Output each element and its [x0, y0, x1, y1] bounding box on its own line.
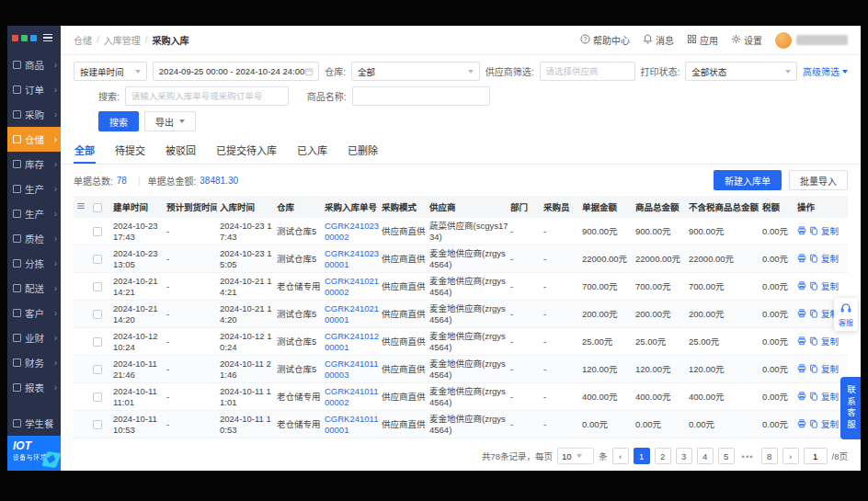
copy-button[interactable]: 复制 — [821, 281, 839, 291]
print-icon[interactable] — [797, 419, 809, 429]
row-checkbox[interactable] — [93, 420, 102, 429]
copy-icon[interactable] — [809, 364, 821, 374]
page-button-8[interactable]: 8 — [761, 448, 778, 464]
page-button-2[interactable]: 2 — [655, 448, 671, 464]
column-settings-icon[interactable] — [76, 201, 86, 212]
breadcrumb-item[interactable]: 入库管理 — [104, 33, 141, 47]
print-icon[interactable] — [797, 309, 809, 319]
prev-page-button[interactable]: ‹ — [612, 448, 629, 464]
table-row[interactable]: 2024-10-1210:24-2024-10-12 10:24测试仓库5CGR… — [74, 328, 848, 356]
next-page-button[interactable]: › — [782, 448, 799, 464]
page-button-1[interactable]: 1 — [634, 448, 650, 464]
user-menu[interactable] — [775, 32, 848, 49]
tab-2[interactable]: 待提交 — [114, 137, 146, 164]
sidebar-item-9[interactable]: 分拣› — [7, 251, 61, 276]
table-row[interactable]: 2024-10-1111:01-2024-10-11 11:01老仓储专用CGR… — [74, 383, 848, 411]
order-no-link[interactable]: CGRK24101100001 — [322, 411, 379, 438]
print-icon[interactable] — [797, 254, 809, 264]
order-no-link[interactable]: CGRK24101200001 — [322, 328, 379, 356]
table-row[interactable]: 2024-10-1121:46-2024-10-11 21:46测试仓库5CGR… — [74, 356, 848, 383]
print-icon[interactable] — [797, 226, 809, 236]
customer-service-widget[interactable]: 客服 — [834, 298, 858, 331]
topbar-action-grid[interactable]: 应用 — [687, 33, 718, 47]
tab-1[interactable]: 全部 — [74, 137, 96, 164]
copy-icon[interactable] — [809, 392, 821, 402]
supplier-input[interactable] — [540, 62, 635, 81]
copy-icon[interactable] — [809, 419, 821, 429]
menu-collapse-icon[interactable] — [43, 34, 52, 42]
row-checkbox[interactable] — [93, 310, 102, 319]
row-checkbox[interactable] — [93, 337, 102, 347]
sidebar-item-5[interactable]: 库存› — [7, 152, 61, 176]
table-row[interactable]: 2024-10-2313:05-2024-10-23 15:05测试仓库5CGR… — [74, 245, 848, 273]
order-no-link[interactable]: CGRK24101100002 — [322, 383, 379, 411]
search-button[interactable]: 搜索 — [98, 111, 139, 131]
sidebar-item-10[interactable]: 配送› — [7, 276, 61, 301]
create-inbound-button[interactable]: 新建入库单 — [714, 170, 782, 190]
sidebar-item-1[interactable]: 商品› — [7, 52, 61, 77]
topbar-action-help[interactable]: ?帮助中心 — [580, 33, 630, 47]
sidebar-item-13[interactable]: 财务› — [7, 350, 61, 375]
order-no-link[interactable]: CGRK24102100002 — [322, 273, 379, 301]
sidebar-item-student-meal[interactable]: 学生餐 — [7, 411, 61, 436]
table-row[interactable]: 2024-10-2114:21-2024-10-21 14:21老仓储专用CGR… — [74, 273, 848, 301]
copy-button[interactable]: 复制 — [821, 254, 839, 264]
topbar-action-gear[interactable]: 设置 — [731, 33, 762, 47]
copy-button[interactable]: 复制 — [821, 419, 839, 429]
topbar-action-bell[interactable]: 消息 — [643, 33, 674, 47]
print-icon[interactable] — [797, 281, 809, 291]
sidebar-item-6[interactable]: 生产› — [7, 176, 61, 201]
order-no-link[interactable]: CGRK24102300002 — [322, 218, 379, 245]
tab-5[interactable]: 已入库 — [296, 137, 328, 164]
copy-icon[interactable] — [809, 254, 821, 264]
breadcrumb-item[interactable]: 仓储 — [74, 33, 92, 47]
date-range-input[interactable]: 2024-09-25 00:00 - 2024-10-24 24:00 — [153, 62, 320, 81]
table-row[interactable]: 2024-10-2114:20-2024-10-21 14:20测试仓库5CGR… — [74, 301, 848, 328]
page-button-4[interactable]: 4 — [697, 448, 714, 464]
print-status-select[interactable]: 全部状态 — [685, 62, 797, 81]
product-name-input[interactable] — [352, 86, 490, 106]
sidebar-item-11[interactable]: 客户› — [7, 301, 61, 325]
row-checkbox[interactable] — [93, 282, 102, 291]
sidebar-item-14[interactable]: 报表› — [7, 375, 61, 400]
copy-icon[interactable] — [809, 226, 821, 236]
page-button-3[interactable]: 3 — [676, 448, 692, 464]
row-checkbox[interactable] — [93, 365, 102, 374]
print-icon[interactable] — [797, 392, 809, 402]
copy-button[interactable]: 复制 — [821, 336, 839, 347]
tab-6[interactable]: 已删除 — [347, 137, 379, 164]
copy-button[interactable]: 复制 — [821, 364, 839, 374]
per-page-select[interactable]: 10 — [557, 448, 594, 464]
sidebar-item-3[interactable]: 采购› — [7, 102, 61, 127]
row-checkbox[interactable] — [93, 227, 102, 236]
copy-icon[interactable] — [809, 336, 821, 347]
sidebar-item-8[interactable]: 质检› — [7, 226, 61, 251]
print-icon[interactable] — [797, 364, 809, 374]
table-row[interactable]: 2024-10-1110:53-2024-10-11 10:53老仓储专用CGR… — [74, 411, 848, 438]
row-checkbox[interactable] — [93, 393, 102, 402]
sidebar-item-2[interactable]: 订单› — [7, 77, 61, 102]
order-no-link[interactable]: CGRK24101100003 — [322, 356, 379, 383]
copy-button[interactable]: 复制 — [821, 392, 839, 402]
page-jump-input[interactable] — [804, 448, 828, 464]
tab-4[interactable]: 已提交待入库 — [215, 137, 278, 164]
table-row[interactable]: 2024-10-2317:43-2024-10-23 17:43测试仓库5CGR… — [74, 218, 848, 245]
advanced-filter-link[interactable]: 高级筛选 — [803, 64, 848, 78]
order-no-link[interactable]: CGRK24102300001 — [322, 245, 379, 273]
tab-3[interactable]: 被驳回 — [165, 137, 197, 164]
select-all-checkbox[interactable] — [93, 203, 102, 212]
copy-icon[interactable] — [809, 309, 821, 319]
warehouse-select[interactable]: 全部 — [351, 62, 480, 81]
copy-button[interactable]: 复制 — [821, 226, 839, 236]
search-input[interactable] — [125, 86, 289, 106]
time-type-select[interactable]: 按建单时间 — [74, 62, 147, 81]
sidebar-item-12[interactable]: 业财› — [7, 325, 61, 350]
order-no-link[interactable]: CGRK24102100001 — [322, 301, 379, 328]
copy-icon[interactable] — [809, 281, 821, 291]
batch-import-button[interactable]: 批量导入 — [789, 170, 848, 190]
page-button-5[interactable]: 5 — [718, 448, 735, 464]
contact-support-tab[interactable]: 联系客服 — [840, 377, 861, 439]
export-button[interactable]: 导出 — [144, 111, 196, 131]
sidebar-item-7[interactable]: 生产› — [7, 201, 61, 226]
sidebar-item-4[interactable]: 仓储› — [7, 127, 61, 152]
